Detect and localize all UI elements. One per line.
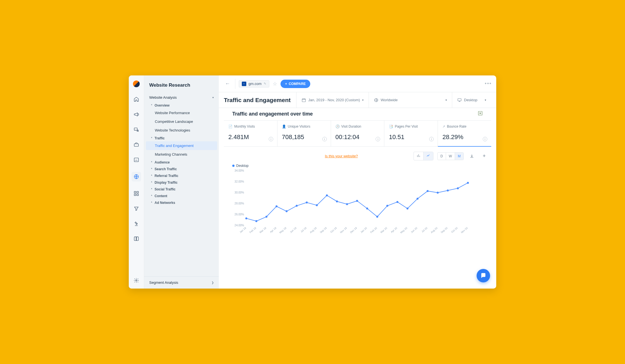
info-icon[interactable]: i [483,137,487,141]
settings-icon[interactable] [133,277,139,284]
metric-visit-duration[interactable]: 🕒Visit Duration00:12:04i [331,121,385,146]
nav-item-website-technologies[interactable]: Website Technologies [144,126,219,135]
svg-text:Jul 19: Jul 19 [300,227,307,233]
nav-group-search-traffic[interactable]: ˄Search Traffic [144,165,219,172]
chevron-icon: ˅ [151,137,152,140]
export-excel-icon[interactable] [478,111,483,117]
svg-point-28 [326,194,328,196]
metric-label: Pages Per Visit [395,125,418,128]
nav-group-social-traffic[interactable]: ˄Social Traffic [144,186,219,192]
group-label: Display Traffic [155,181,178,185]
calendar-icon [302,98,306,102]
granularity-m[interactable]: M [455,153,463,160]
metric-pages-per-visit[interactable]: 📑Pages Per Visit10.51i [384,121,438,146]
section-label: Segment Analysis [149,280,178,285]
app-logo-icon [133,80,140,87]
metric-monthly-visits[interactable]: 📄Monthly Visits2.481Mi [224,121,277,146]
nav-group-audience[interactable]: ˄Audience [144,159,219,165]
svg-text:Apr 19: Apr 19 [269,227,277,234]
chevron-icon: ˄ [151,201,152,204]
svg-text:Jun 19: Jun 19 [289,227,297,234]
svg-text:30.00%: 30.00% [235,191,244,194]
funnel-icon[interactable] [133,206,139,212]
nav-group-overview[interactable]: ˅Overview [144,102,219,109]
info-icon[interactable]: i [322,137,327,141]
svg-point-39 [437,192,439,194]
svg-text:Jan 20: Jan 20 [360,227,367,234]
section-website-analysis[interactable]: Website Analysis ▾ [144,93,219,102]
svg-point-25 [296,205,298,207]
nav-item-traffic-and-engagement[interactable]: Traffic and Engagement [146,141,217,150]
svg-point-42 [467,182,469,184]
group-label: Content [155,194,167,198]
briefcase-icon[interactable] [133,142,139,148]
metric-label: Unique Visitors [288,125,310,128]
pencil-icon[interactable]: ✎ [264,82,266,86]
metric-value: 28.29% [442,133,487,141]
svg-point-38 [427,190,429,192]
claim-website-link[interactable]: Is this your website? [325,154,358,158]
svg-rect-5 [134,192,136,193]
metric-label: Bounce Rate [447,125,466,128]
svg-rect-2 [134,144,139,146]
compare-label: COMPARE [289,82,305,86]
nav-group-referral-traffic[interactable]: ˄Referral Traffic [144,172,219,179]
device-users-icon[interactable] [133,126,139,133]
svg-text:Nov 20: Nov 20 [460,227,468,234]
chart-controls: Is this your website? DWM + [224,147,491,162]
line-chart-icon[interactable] [424,152,433,160]
svg-point-26 [306,202,308,204]
svg-point-40 [447,190,449,192]
dashboard-icon[interactable] [133,157,139,163]
apps-icon[interactable] [133,190,139,197]
svg-text:26.00%: 26.00% [235,213,244,216]
svg-text:May 20: May 20 [400,227,408,234]
download-icon[interactable] [468,152,476,160]
icon-rail [129,75,144,289]
svg-text:Aug 19: Aug 19 [309,227,317,234]
topbar: ← ▪ gm.com ✎ ☆ + COMPARE ••• [219,75,496,92]
nav-group-display-traffic[interactable]: ˄Display Traffic [144,179,219,186]
nav-item-website-performance[interactable]: Website Performance [144,109,219,117]
info-icon[interactable]: i [269,137,273,141]
nav-item-marketing-channels[interactable]: Marketing Channels [144,150,219,159]
svg-point-23 [275,205,277,207]
megaphone-icon[interactable] [133,111,139,118]
chevron-icon: ˅ [151,104,152,107]
nav-group-traffic[interactable]: ˅Traffic [144,135,219,141]
group-label: Search Traffic [155,167,177,171]
svg-point-27 [316,204,318,206]
region-picker[interactable]: Worldwide ▾ [369,92,452,108]
svg-text:Feb 20: Feb 20 [370,227,378,234]
svg-text:Apr 20: Apr 20 [390,227,398,234]
svg-text:32.00%: 32.00% [235,180,244,183]
chevron-icon: ˄ [151,168,152,171]
granularity-d[interactable]: D [438,153,446,160]
granularity-w[interactable]: W [446,153,455,160]
bar-chart-icon[interactable] [414,152,424,160]
more-icon[interactable]: ••• [485,81,492,87]
chat-fab[interactable] [477,269,490,282]
device-picker[interactable]: Desktop ▾ [452,92,491,108]
section-segment-analysis[interactable]: Segment Analysis ❯ [144,276,219,289]
star-icon[interactable]: ☆ [273,81,277,87]
globe-icon[interactable] [132,172,141,181]
microscope-icon[interactable] [133,221,139,227]
back-button[interactable]: ← [223,80,232,88]
nav-group-content[interactable]: ˄Content [144,192,219,199]
home-icon[interactable] [133,96,139,102]
compare-button[interactable]: + COMPARE [281,80,310,88]
site-input[interactable]: ▪ gm.com ✎ [239,80,269,87]
date-range-picker[interactable]: Jan, 2019 - Nov, 2020 (Custom) ▾ [296,92,369,108]
nav-item-competitive-landscape[interactable]: Competitive Landscape [144,117,219,126]
metric-bounce-rate[interactable]: ↗Bounce Rate28.29%i [438,121,491,146]
svg-rect-12 [458,98,461,101]
chevron-right-icon: ❯ [212,281,214,284]
book-icon[interactable] [133,236,139,242]
legend-label: Desktop [236,164,249,168]
nav-group-ad-networks[interactable]: ˄Ad Networks [144,199,219,206]
add-icon[interactable]: + [480,152,488,160]
section-label: Website Analysis [149,95,177,100]
metric-unique-visitors[interactable]: 👤Unique Visitors708,185i [277,121,331,146]
svg-text:34.00%: 34.00% [235,169,244,172]
